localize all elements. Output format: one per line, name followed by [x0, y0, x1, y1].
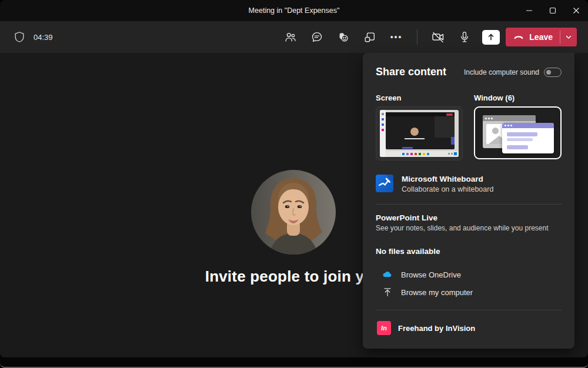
meeting-timer: 04:39 — [34, 33, 53, 42]
whiteboard-subtitle: Collaborate on a whiteboard — [402, 185, 493, 193]
close-icon — [573, 7, 580, 14]
share-source-labels: Screen Window (6) — [376, 93, 562, 102]
minimize-icon — [526, 7, 533, 14]
camera-off-button[interactable] — [427, 26, 449, 48]
share-panel-title: Share content — [376, 66, 446, 78]
maximize-icon — [549, 7, 556, 14]
computer-sound-toggle[interactable] — [544, 68, 562, 77]
participants-button[interactable] — [280, 26, 301, 48]
toolbar-divider — [417, 29, 417, 45]
breakout-rooms-icon — [363, 31, 376, 44]
browse-section: Browse OneDrive Browse my computer — [376, 266, 562, 300]
participant-avatar — [251, 170, 336, 255]
no-files-available-text: No files available — [376, 247, 562, 256]
powerpoint-live-subtitle: See your notes, slides, and audience whi… — [376, 224, 562, 232]
panel-divider — [376, 204, 562, 205]
toolbar-actions: ••• — [280, 21, 502, 53]
share-panel-header: Share content Include computer sound — [376, 66, 562, 78]
microsoft-whiteboard-item[interactable]: Microsoft Whiteboard Collaborate on a wh… — [376, 175, 562, 193]
microphone-button[interactable] — [454, 26, 475, 48]
maximize-button[interactable] — [541, 0, 564, 21]
meeting-toolbar: 04:39 — [0, 21, 588, 53]
reactions-button[interactable] — [333, 26, 354, 48]
panel-divider-2 — [376, 310, 562, 310]
leave-button[interactable]: Leave — [506, 28, 560, 46]
computer-sound-label: Include computer sound — [464, 68, 539, 76]
window-label: Window (6) — [474, 93, 514, 102]
meeting-info: 04:39 — [13, 21, 53, 53]
screen-thumbnail-preview — [380, 110, 459, 157]
upload-icon — [382, 286, 393, 298]
more-actions-button[interactable]: ••• — [386, 26, 407, 48]
whiteboard-icon — [376, 175, 393, 192]
freehand-invision-label: Freehand by InVision — [398, 324, 475, 333]
chevron-down-icon — [565, 34, 572, 41]
toggle-knob — [546, 70, 551, 75]
hang-up-icon — [513, 31, 524, 43]
window-thumbnail-front-window — [502, 123, 554, 153]
whiteboard-title: Microsoft Whiteboard — [402, 175, 493, 183]
browse-onedrive-label: Browse OneDrive — [401, 270, 461, 279]
close-button[interactable] — [564, 0, 588, 21]
window-controls — [517, 0, 588, 21]
teams-meeting-window: Meeting in "Dept Expenses" 04:39 — [0, 0, 588, 368]
leave-button-label: Leave — [529, 32, 553, 42]
microphone-icon — [458, 31, 471, 44]
leave-split-button: Leave — [506, 28, 577, 46]
onedrive-cloud-icon — [382, 269, 393, 280]
reactions-icon — [337, 31, 350, 44]
browse-my-computer-label: Browse my computer — [401, 288, 473, 297]
freehand-invision-item[interactable]: In Freehand by InVision — [376, 319, 562, 337]
screen-label: Screen — [376, 93, 463, 102]
more-icon: ••• — [390, 32, 403, 42]
window-title: Meeting in "Dept Expenses" — [0, 6, 588, 15]
share-content-button[interactable] — [480, 26, 502, 48]
leave-options-button[interactable] — [560, 28, 577, 46]
powerpoint-live-section: PowerPoint Live See your notes, slides, … — [376, 213, 562, 256]
computer-sound-control: Include computer sound — [464, 68, 562, 77]
minimize-button[interactable] — [517, 0, 541, 21]
shield-icon — [13, 31, 26, 44]
chat-button[interactable] — [306, 26, 328, 48]
share-source-thumbnails — [376, 106, 562, 160]
powerpoint-live-title: PowerPoint Live — [376, 213, 562, 222]
chat-icon — [310, 31, 323, 44]
browse-my-computer-button[interactable]: Browse my computer — [376, 284, 562, 300]
camera-off-icon — [431, 30, 445, 44]
titlebar: Meeting in "Dept Expenses" — [0, 0, 588, 21]
window-share-thumbnail[interactable] — [474, 106, 562, 159]
breakout-rooms-button[interactable] — [359, 26, 380, 48]
screen-share-thumbnail[interactable] — [376, 106, 463, 160]
share-icon — [482, 30, 500, 45]
share-content-panel: Share content Include computer sound Scr… — [363, 53, 574, 349]
browse-onedrive-button[interactable]: Browse OneDrive — [376, 266, 562, 283]
people-icon — [284, 31, 297, 44]
freehand-invision-icon: In — [377, 321, 391, 335]
whiteboard-texts: Microsoft Whiteboard Collaborate on a wh… — [402, 175, 493, 193]
